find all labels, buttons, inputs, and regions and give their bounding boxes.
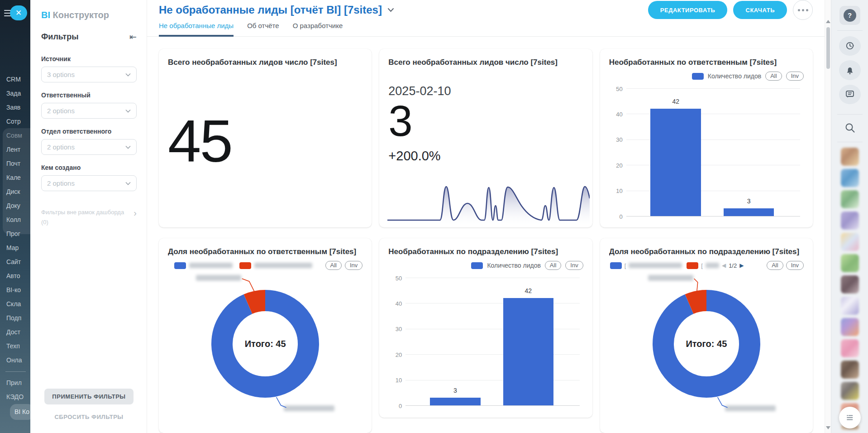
legend-swatch-blue — [610, 262, 622, 269]
kpi-delta: +200.0% — [388, 149, 583, 164]
chevron-down-icon — [125, 109, 131, 113]
avatar[interactable] — [841, 361, 859, 379]
sidebar-item-collab[interactable]: Совм — [0, 129, 30, 143]
filter-select-created-by[interactable]: 2 options — [41, 175, 137, 191]
vertical-scrollbar[interactable] — [825, 0, 831, 433]
avatar[interactable] — [841, 169, 859, 187]
legend-swatch-blue — [471, 262, 483, 269]
tab-unprocessed-leads[interactable]: Не обработанные лиды — [159, 22, 234, 36]
nav-divider — [5, 371, 26, 372]
bar-segment: 42 — [650, 109, 701, 216]
card-kpi-trend: Всего необработанных лидов число [7sites… — [379, 49, 592, 227]
sidebar-item-calendar[interactable]: Кале — [0, 171, 30, 185]
notifications-button[interactable] — [839, 60, 861, 80]
edit-button[interactable]: РЕДАКТИРОВАТЬ — [648, 1, 728, 19]
sidebar-item-warehouse[interactable]: Скла — [0, 297, 30, 311]
sidebar-item-bi[interactable]: BI-ко — [0, 283, 30, 297]
inv-button[interactable]: Inv — [565, 261, 583, 270]
apply-filters-button[interactable]: ПРИМЕНИТЬ ФИЛЬТРЫ — [44, 389, 133, 404]
avatar[interactable] — [841, 339, 859, 357]
inv-button[interactable]: Inv — [345, 261, 362, 270]
sidebar-item-tasks[interactable]: Зада — [0, 87, 30, 101]
chevron-down-icon — [125, 182, 131, 185]
chat-button[interactable] — [839, 85, 861, 105]
page-title: Не обработанные лиды [отчёт BI] [7sites] — [159, 4, 382, 16]
avatar[interactable] — [841, 318, 859, 336]
anonymized-legend-label — [706, 263, 719, 268]
donut-center-label: Итого: 45 — [686, 339, 727, 349]
avatar[interactable] — [841, 212, 859, 230]
tab-about-developer[interactable]: О разработчике — [293, 22, 343, 36]
avatar[interactable] — [841, 148, 859, 166]
reset-filters-button[interactable]: СБРОСИТЬ ФИЛЬТРЫ — [54, 414, 123, 420]
filter-select-department[interactable]: 2 options — [41, 139, 137, 155]
sidebar-item-sites[interactable]: Сайт — [0, 255, 30, 269]
collapse-panel-icon[interactable]: ⇤ — [129, 33, 137, 41]
sidebar-item-apps[interactable]: Прил — [0, 376, 30, 390]
avatar[interactable] — [841, 297, 859, 315]
kpi-trend-value: 3 — [388, 98, 583, 144]
more-options-button[interactable] — [793, 0, 813, 20]
outer-filters-link[interactable]: Фильтры вне рамок дашборда(0) › — [41, 207, 137, 227]
card-title: Необработанных по ответственным [7sites] — [609, 58, 804, 67]
history-clock-icon — [844, 40, 855, 51]
avatar[interactable] — [841, 382, 859, 400]
avatar[interactable] — [841, 254, 859, 272]
all-button[interactable]: All — [765, 72, 782, 81]
anonymized-callout-label — [725, 405, 776, 411]
chevron-right-icon: › — [134, 208, 137, 217]
filter-label-responsible: Ответственный — [41, 91, 137, 99]
all-button[interactable]: All — [325, 261, 342, 270]
search-icon — [844, 122, 856, 134]
sidebar-item-prog[interactable]: Прог — [0, 227, 30, 241]
avatar[interactable] — [841, 233, 859, 251]
tab-about-report[interactable]: Об отчёте — [247, 22, 279, 36]
all-button[interactable]: All — [767, 261, 783, 270]
scroll-down-arrow[interactable] — [826, 426, 830, 429]
card-title: Доля необработанных по подразделению [7s… — [609, 247, 804, 256]
chevron-down-icon — [125, 73, 131, 77]
sidebar-item-requests[interactable]: Заяв — [0, 101, 30, 115]
sidebar-item-mail[interactable]: Почт — [0, 157, 30, 171]
chevron-down-icon — [387, 8, 394, 12]
sidebar-item-auto[interactable]: Авто — [0, 269, 30, 283]
rail-list-button[interactable] — [839, 407, 861, 428]
filter-select-responsible[interactable]: 2 options — [41, 103, 137, 119]
scrollbar-thumb[interactable] — [826, 27, 830, 69]
inv-button[interactable]: Inv — [786, 261, 804, 270]
inv-button[interactable]: Inv — [786, 72, 804, 81]
sidebar-item-docs[interactable]: Доку — [0, 199, 30, 213]
search-button[interactable] — [844, 122, 856, 135]
donut-chart: Итого: 45 — [609, 272, 804, 422]
sidebar-item-bi-constructor[interactable]: BI Ко — [0, 404, 30, 418]
dark-nav-rail: ✕ CRM Зада Заяв Сотр Совм Лент Почт Кале… — [0, 0, 30, 433]
sidebar-item-online[interactable]: Онла — [0, 353, 30, 367]
filter-select-source[interactable]: 3 options — [41, 67, 137, 82]
history-button[interactable] — [839, 36, 861, 56]
sidebar-item-support[interactable]: Техп — [0, 339, 30, 353]
sidebar-item-subscr[interactable]: Подп — [0, 311, 30, 325]
card-title: Всего необработанных лидов число [7sites… — [168, 58, 362, 67]
sidebar-item-feed[interactable]: Лент — [0, 143, 30, 157]
scroll-up-arrow[interactable] — [826, 20, 830, 23]
sidebar-item-employees[interactable]: Сотр — [0, 115, 30, 129]
close-flyout-button[interactable]: ✕ — [10, 5, 27, 20]
filters-panel: BI Конструктор Фильтры ⇤ Источник 3 opti… — [30, 0, 147, 433]
sidebar-item-kedo[interactable]: КЭДО — [0, 390, 30, 404]
page-prev-button[interactable]: ◀ — [722, 262, 726, 269]
sidebar-item-crm[interactable]: CRM — [0, 72, 30, 87]
page-next-button[interactable]: ▶ — [739, 262, 744, 269]
sidebar-item-access[interactable]: Дост — [0, 325, 30, 339]
all-button[interactable]: All — [545, 261, 561, 270]
card-donut-responsible: Доля необработанных по ответственным [7s… — [159, 238, 372, 433]
right-icon-rail: ? — [831, 0, 868, 433]
help-button[interactable]: ? — [839, 6, 860, 25]
avatar[interactable] — [841, 275, 859, 293]
download-button[interactable]: СКАЧАТЬ — [733, 1, 787, 19]
card-title: Необработанных по подразделению [7sites] — [388, 247, 583, 256]
sidebar-item-coll[interactable]: Колл — [0, 213, 30, 227]
sidebar-item-market[interactable]: Мар — [0, 241, 30, 255]
sidebar-item-drive[interactable]: Диск — [0, 185, 30, 199]
avatar[interactable] — [841, 190, 859, 208]
report-title-dropdown[interactable]: Не обработанные лиды [отчёт BI] [7sites] — [159, 4, 394, 16]
